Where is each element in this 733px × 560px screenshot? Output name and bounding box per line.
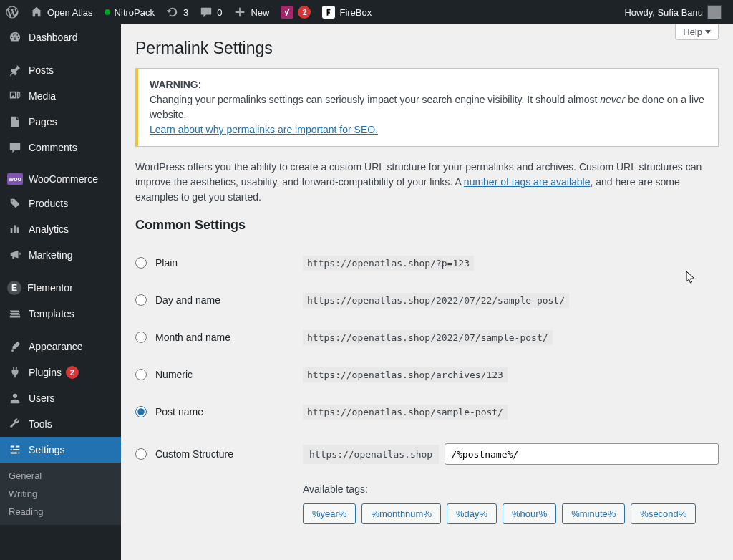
custom-structure-input[interactable] (445, 443, 719, 465)
pin-icon (7, 63, 23, 77)
radio-label[interactable]: Custom Structure (155, 448, 233, 460)
tag-buttons: %year% %monthnum% %day% %hour% %minute% … (303, 503, 719, 524)
main-content: Help Permalink Settings WARNING: Changin… (121, 24, 733, 546)
sidebar-item-settings[interactable]: Settings (0, 437, 121, 463)
plugin-icon (7, 365, 23, 380)
submenu-item-writing[interactable]: Writing (0, 485, 121, 503)
radio-dayname[interactable] (135, 294, 147, 306)
sidebar-item-label: Tools (29, 418, 52, 430)
sidebar-item-appearance[interactable]: Appearance (0, 334, 121, 359)
templates-icon (7, 306, 23, 321)
sidebar-item-users[interactable]: Users (0, 385, 121, 411)
common-settings-heading: Common Settings (135, 218, 719, 233)
sidebar-item-comments[interactable]: Comments (0, 135, 121, 160)
sidebar-item-label: Pages (29, 116, 57, 127)
submenu-item-reading[interactable]: Reading (0, 503, 121, 521)
sidebar-item-elementor[interactable]: E Elementor (0, 275, 121, 301)
radio-label[interactable]: Day and name (155, 294, 220, 306)
user-display-name: Sufia Banu (657, 7, 703, 18)
tag-year-button[interactable]: %year% (303, 503, 356, 524)
sidebar-item-label: Plugins (29, 367, 62, 378)
tag-minute-button[interactable]: %minute% (562, 503, 625, 524)
admin-sidebar: Dashboard Posts Media Pages Comments woo… (0, 24, 121, 560)
caret-down-icon (705, 30, 711, 34)
sidebar-item-label: Media (29, 90, 56, 102)
radio-label[interactable]: Plain (155, 257, 178, 269)
my-account[interactable]: Howdy, Sufia Banu (618, 0, 727, 24)
sidebar-item-analytics[interactable]: Analytics (0, 216, 121, 242)
yoast-count: 2 (298, 6, 311, 19)
sidebar-item-dashboard[interactable]: Dashboard (0, 24, 121, 50)
comment-icon (7, 140, 23, 155)
site-name-label: Open Atlas (47, 7, 93, 18)
media-icon (7, 89, 23, 103)
howdy-prefix: Howdy, (624, 7, 657, 18)
submenu-item-general[interactable]: General (0, 467, 121, 485)
example-code: https://openatlas.shop/2022/07/sample-po… (303, 330, 553, 345)
sidebar-item-media[interactable]: Media (0, 83, 121, 109)
permalink-option-custom: Custom Structure https://openatlas.shop (135, 430, 719, 478)
example-code: https://openatlas.shop/?p=123 (303, 256, 474, 271)
radio-label[interactable]: Month and name (155, 332, 230, 343)
firebox-icon (322, 6, 335, 19)
yoast-icon (281, 6, 293, 19)
permalink-option-monthname: Month and name https://openatlas.shop/20… (135, 319, 719, 356)
woocommerce-icon: woo (7, 173, 23, 185)
sidebar-item-tools[interactable]: Tools (0, 411, 121, 437)
permalink-option-numeric: Numeric https://openatlas.shop/archives/… (135, 356, 719, 393)
page-icon (7, 115, 23, 129)
radio-postname[interactable] (135, 406, 147, 417)
warning-never: never (600, 94, 625, 105)
new-label: New (251, 7, 269, 18)
permalink-option-postname: Post name https://openatlas.shop/sample-… (135, 393, 719, 430)
sidebar-item-label: Posts (29, 64, 54, 76)
admin-toolbar: Open Atlas NitroPack 3 0 New 2 FireBox H (0, 0, 733, 24)
updates-count: 3 (183, 7, 188, 18)
available-tags-section: Available tags: %year% %monthnum% %day% … (303, 483, 719, 524)
sliders-icon (7, 443, 23, 457)
sidebar-item-marketing[interactable]: Marketing (0, 242, 121, 268)
sidebar-item-pages[interactable]: Pages (0, 109, 121, 135)
sidebar-item-label: Appearance (29, 341, 83, 352)
sidebar-item-plugins[interactable]: Plugins 2 (0, 359, 121, 385)
firebox[interactable]: FireBox (316, 0, 377, 24)
products-icon (7, 196, 23, 211)
available-tags-label: Available tags: (303, 483, 719, 495)
intro-link[interactable]: number of tags are available (464, 176, 591, 188)
user-icon (7, 391, 23, 405)
yoast[interactable]: 2 (275, 0, 316, 24)
warning-link[interactable]: Learn about why permalinks are important… (150, 124, 378, 135)
tag-hour-button[interactable]: %hour% (503, 503, 556, 524)
tag-monthnum-button[interactable]: %monthnum% (361, 503, 441, 524)
nitropack[interactable]: NitroPack (99, 0, 160, 24)
brush-icon (7, 339, 23, 354)
radio-label[interactable]: Post name (155, 406, 203, 417)
radio-monthname[interactable] (135, 332, 147, 343)
sidebar-item-label: Marketing (29, 249, 72, 261)
dashboard-icon (7, 30, 23, 44)
page-title: Permalink Settings (135, 24, 719, 68)
new-content[interactable]: New (228, 0, 275, 24)
sidebar-item-templates[interactable]: Templates (0, 301, 121, 327)
wp-logo[interactable] (0, 0, 24, 24)
elementor-icon: E (7, 281, 21, 295)
help-tab[interactable]: Help (675, 24, 719, 40)
comment-icon (200, 6, 213, 19)
tag-second-button[interactable]: %second% (631, 503, 696, 524)
updates[interactable]: 3 (160, 0, 194, 24)
tag-day-button[interactable]: %day% (447, 503, 497, 524)
radio-custom[interactable] (135, 448, 147, 460)
radio-numeric[interactable] (135, 369, 147, 380)
sidebar-item-label: Elementor (27, 282, 73, 294)
avatar (707, 5, 722, 19)
sidebar-item-products[interactable]: Products (0, 190, 121, 216)
sidebar-item-label: Products (29, 198, 68, 209)
sidebar-item-woocommerce[interactable]: woo WooCommerce (0, 168, 121, 190)
radio-label[interactable]: Numeric (155, 369, 193, 380)
site-name[interactable]: Open Atlas (24, 0, 99, 24)
nitropack-label: NitroPack (115, 7, 155, 18)
radio-plain[interactable] (135, 257, 147, 269)
warning-notice: WARNING: Changing your permalinks settin… (135, 68, 719, 147)
comments[interactable]: 0 (194, 0, 228, 24)
sidebar-item-posts[interactable]: Posts (0, 57, 121, 83)
